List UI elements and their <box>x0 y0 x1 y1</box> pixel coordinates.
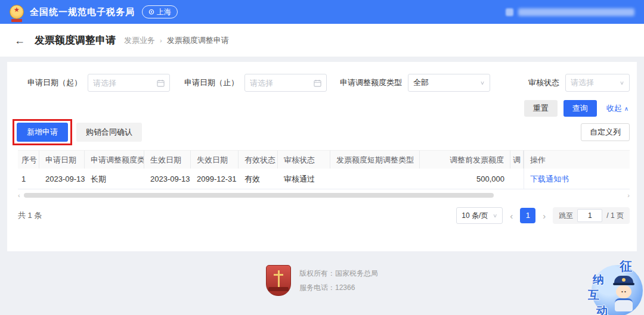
date-end-input[interactable] <box>244 74 327 92</box>
header-effective-date: 生效日期 <box>144 150 191 169</box>
custom-columns-button[interactable]: 自定义列 <box>581 123 630 141</box>
prev-page-button[interactable]: ‹ <box>509 211 514 221</box>
header-adjust-type: 申请调整额度类型 <box>85 150 144 169</box>
table-row: 1 2023-09-13 长期 2023-09-13 2099-12-31 有效… <box>18 169 630 189</box>
scrollbar-thumb[interactable] <box>24 193 494 198</box>
header-apply-date: 申请日期 <box>39 150 85 169</box>
redacted-user-name <box>518 8 634 16</box>
page-jump-group: 跳至 / 1 页 <box>553 207 630 224</box>
horizontal-scrollbar[interactable]: ‹ › <box>18 192 630 198</box>
chevron-down-icon: ∨ <box>620 80 624 86</box>
location-selector[interactable]: 上海 <box>142 5 178 18</box>
audit-status-select[interactable]: 请选择 ∨ <box>565 74 630 92</box>
reset-button[interactable]: 重置 <box>524 100 558 117</box>
collapse-link[interactable]: 收起 ∧ <box>606 103 628 114</box>
page-footer: 版权所有：国家税务总局 服务电话：12366 <box>0 265 644 296</box>
cell-clipped-column <box>510 169 524 189</box>
mascot-char-zheng: 征 <box>620 258 632 275</box>
next-page-button[interactable]: › <box>541 211 547 221</box>
page-size-value: 10 条/页 <box>462 211 488 221</box>
copyright-line: 版权所有：国家税务总局 <box>299 266 378 280</box>
national-emblem-logo <box>10 5 24 19</box>
cell-pre-adjust-quota: 500,000 <box>420 169 510 189</box>
jump-page-input[interactable] <box>577 209 602 222</box>
page-size-select[interactable]: 10 条/页 ∨ <box>456 207 503 224</box>
officer-body <box>615 298 633 311</box>
shield-band <box>268 287 289 291</box>
breadcrumb-parent[interactable]: 发票业务 <box>124 35 155 46</box>
filter-row: 申请日期（起） 申请日期（止） <box>7 62 637 92</box>
date-start-field[interactable] <box>93 79 157 88</box>
cell-action: 下载通知书 <box>524 169 630 189</box>
toolbar-row: 新增申请 购销合同确认 自定义列 <box>7 117 637 145</box>
chevron-down-icon: ∨ <box>493 213 497 219</box>
applications-table: 序号 申请日期 申请调整额度类型 生效日期 失效日期 有效状态 审核状态 发票额… <box>18 150 630 189</box>
main-content-card: 申请日期（起） 申请日期（止） <box>7 62 637 251</box>
back-arrow-icon[interactable]: ← <box>14 35 25 46</box>
cell-short-term-type <box>330 169 420 189</box>
collapse-label: 收起 <box>606 103 622 114</box>
date-end-field[interactable] <box>250 79 314 88</box>
calendar-icon[interactable] <box>157 79 165 87</box>
contract-confirm-button[interactable]: 购销合同确认 <box>76 123 142 142</box>
breadcrumb: 发票业务 › 发票额度调整申请 <box>124 35 229 46</box>
adjust-type-value: 全部 <box>413 77 429 88</box>
cell-adjust-type: 长期 <box>85 169 144 189</box>
mascot-char-dong: 动 <box>596 303 608 315</box>
location-label: 上海 <box>157 7 171 17</box>
cell-seq: 1 <box>18 169 39 189</box>
header-expire-date: 失效日期 <box>191 150 239 169</box>
user-icon <box>506 8 513 16</box>
query-button[interactable]: 查询 <box>564 100 597 117</box>
scrollbar-track[interactable] <box>23 193 625 198</box>
filter-date-start: 申请日期（起） <box>27 74 170 92</box>
scroll-left-arrow-icon[interactable]: ‹ <box>18 192 23 198</box>
jump-label: 跳至 <box>559 211 573 221</box>
date-start-input[interactable] <box>88 74 170 92</box>
user-info-area[interactable] <box>506 8 634 16</box>
header-audit-status: 审核状态 <box>278 150 330 169</box>
filter-date-end: 申请日期（止） <box>184 74 327 92</box>
footer-text: 版权所有：国家税务总局 服务电话：12366 <box>299 266 378 295</box>
officer-face <box>616 285 631 298</box>
current-page-button[interactable]: 1 <box>520 208 535 223</box>
table-header-row: 序号 申请日期 申请调整额度类型 生效日期 失效日期 有效状态 审核状态 发票额… <box>18 150 630 169</box>
total-pages-label: / 1 页 <box>606 211 624 221</box>
new-application-button[interactable]: 新增申请 <box>17 123 68 142</box>
cell-expire-date: 2099-12-31 <box>191 169 239 189</box>
breadcrumb-bar: ← 发票额度调整申请 发票业务 › 发票额度调整申请 <box>0 24 644 57</box>
chevron-down-icon: ∨ <box>480 80 485 86</box>
calendar-icon[interactable] <box>314 79 321 87</box>
adjust-type-select[interactable]: 全部 ∨ <box>408 74 490 92</box>
cell-audit-status: 审核通过 <box>278 169 330 189</box>
total-count-label: 共 1 条 <box>18 210 42 221</box>
scroll-right-arrow-icon[interactable]: › <box>625 192 630 198</box>
mascot-char-na: 纳 <box>593 272 604 288</box>
cell-effective-date: 2023-09-13 <box>144 169 191 189</box>
site-title: 全国统一规范电子税务局 <box>30 7 135 18</box>
pagination-controls: 10 条/页 ∨ ‹ 1 › 跳至 / 1 页 <box>456 207 630 224</box>
breadcrumb-current: 发票额度调整申请 <box>167 35 229 46</box>
top-header-bar: 全国统一规范电子税务局 上海 <box>0 0 644 24</box>
chevron-up-icon: ∧ <box>624 105 628 112</box>
download-notice-link[interactable]: 下载通知书 <box>530 174 569 183</box>
header-pre-adjust-quota: 调整前发票额度 <box>420 150 510 169</box>
red-highlight-annotation: 新增申请 <box>13 119 72 145</box>
mascot-char-hu: 互 <box>588 288 599 303</box>
location-pin-icon <box>148 9 154 15</box>
cell-apply-date: 2023-09-13 <box>39 169 85 189</box>
pagination-bar: 共 1 条 10 条/页 ∨ ‹ 1 › 跳至 / 1 页 <box>18 207 630 224</box>
cell-valid-status: 有效 <box>239 169 278 189</box>
breadcrumb-separator: › <box>160 37 162 44</box>
service-phone-line: 服务电话：12366 <box>299 280 378 295</box>
tax-bureau-shield-logo <box>266 265 291 296</box>
filter-audit-status: 审核状态 请选择 ∨ <box>528 74 630 92</box>
header-action: 操作 <box>524 150 630 169</box>
tax-interaction-mascot-widget[interactable]: 征 纳 互 动 <box>584 258 644 315</box>
header-valid-status: 有效状态 <box>239 150 278 169</box>
header-seq: 序号 <box>18 150 39 169</box>
header-short-term-type: 发票额度短期调整类型 <box>330 150 420 169</box>
filter-adjust-type-label: 申请调整额度类型 <box>340 77 402 88</box>
filter-audit-status-label: 审核状态 <box>528 77 559 88</box>
header-clipped-column: 调 <box>510 150 524 169</box>
